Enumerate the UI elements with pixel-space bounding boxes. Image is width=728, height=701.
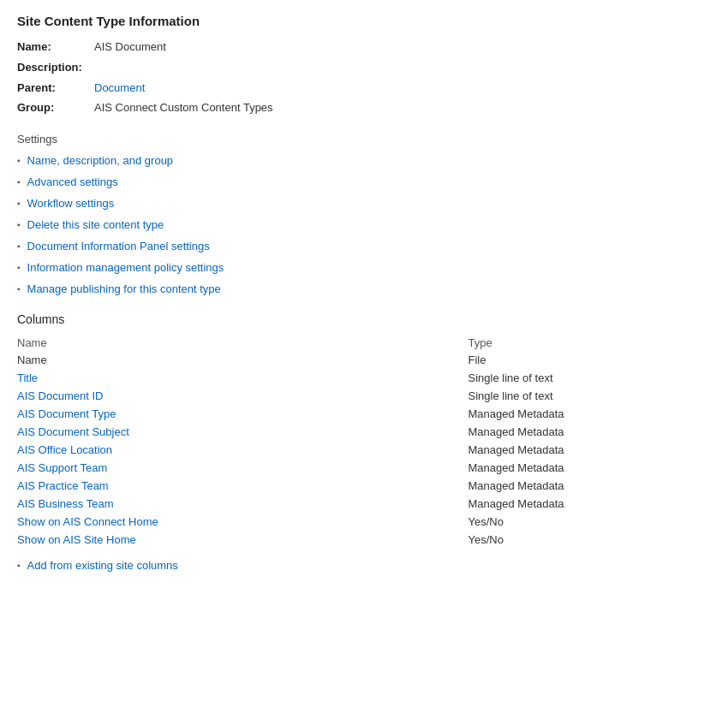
info-parent-label: Parent: [17, 80, 94, 98]
column-name-link[interactable]: AIS Document Type [17, 407, 116, 420]
settings-item-info-mgmt[interactable]: Information management policy settings [17, 261, 711, 274]
column-type-cell: Managed Metadata [468, 495, 712, 513]
info-name-row: Name: AIS Document [17, 39, 711, 56]
column-name-cell[interactable]: AIS Office Location [17, 441, 468, 459]
column-name-cell[interactable]: AIS Business Team [17, 495, 468, 513]
columns-section: Columns Name Type NameFileTitleSingle li… [17, 312, 711, 572]
settings-link-workflow[interactable]: Workflow settings [27, 197, 115, 210]
settings-item-doc-info-panel[interactable]: Document Information Panel settings [17, 240, 711, 252]
settings-list: Name, description, and group Advanced se… [17, 154, 711, 295]
table-row: AIS Practice TeamManaged Metadata [17, 477, 711, 495]
column-name-link[interactable]: AIS Practice Team [17, 479, 109, 492]
col-header-type: Type [468, 335, 712, 351]
add-columns-link[interactable]: Add from existing site columns [27, 559, 178, 572]
info-name-label: Name: [17, 39, 94, 56]
info-group-label: Group: [17, 99, 94, 117]
column-name-link[interactable]: AIS Support Team [17, 461, 107, 474]
column-name-cell[interactable]: Show on AIS Site Home [17, 531, 468, 549]
column-name-cell[interactable]: Title [17, 369, 468, 387]
column-type-cell: Single line of text [468, 387, 712, 405]
settings-link-delete[interactable]: Delete this site content type [27, 218, 164, 231]
info-parent-row: Parent: Document [17, 80, 711, 98]
info-name-value: AIS Document [94, 39, 166, 56]
table-row: AIS Document IDSingle line of text [17, 387, 711, 405]
table-row: AIS Document SubjectManaged Metadata [17, 423, 711, 441]
col-header-name: Name [17, 335, 468, 351]
settings-item-name-desc-group[interactable]: Name, description, and group [17, 154, 711, 167]
columns-header-row: Name Type [17, 335, 711, 351]
settings-label: Settings [17, 133, 711, 146]
column-name-link[interactable]: Show on AIS Site Home [17, 533, 136, 546]
column-name-link[interactable]: AIS Document Subject [17, 425, 129, 438]
info-section: Name: AIS Document Description: Parent: … [17, 39, 711, 117]
column-type-cell: Managed Metadata [468, 405, 712, 423]
settings-link-info-mgmt[interactable]: Information management policy settings [27, 261, 224, 274]
table-row: TitleSingle line of text [17, 369, 711, 387]
info-group-value: AIS Connect Custom Content Types [94, 99, 273, 117]
settings-link-manage-publishing[interactable]: Manage publishing for this content type [27, 282, 221, 295]
table-row: Show on AIS Site HomeYes/No [17, 531, 711, 549]
settings-item-advanced[interactable]: Advanced settings [17, 175, 711, 188]
table-row: AIS Document TypeManaged Metadata [17, 405, 711, 423]
settings-item-workflow[interactable]: Workflow settings [17, 197, 711, 210]
column-name-link[interactable]: AIS Document ID [17, 389, 103, 402]
column-type-cell: Managed Metadata [468, 441, 712, 459]
column-name-cell[interactable]: Show on AIS Connect Home [17, 513, 468, 531]
settings-item-manage-publishing[interactable]: Manage publishing for this content type [17, 282, 711, 295]
add-columns-row[interactable]: Add from existing site columns [17, 559, 711, 572]
column-type-cell: Managed Metadata [468, 477, 712, 495]
column-name-cell[interactable]: AIS Support Team [17, 459, 468, 477]
settings-link-advanced[interactable]: Advanced settings [27, 175, 118, 188]
column-type-cell: File [468, 351, 712, 369]
column-name-cell[interactable]: AIS Document Subject [17, 423, 468, 441]
column-name-cell[interactable]: AIS Practice Team [17, 477, 468, 495]
table-row: Show on AIS Connect HomeYes/No [17, 513, 711, 531]
columns-title: Columns [17, 312, 711, 326]
columns-table: Name Type NameFileTitleSingle line of te… [17, 335, 711, 549]
page-title: Site Content Type Information [17, 14, 711, 28]
column-type-cell: Single line of text [468, 369, 712, 387]
settings-link-name-desc-group[interactable]: Name, description, and group [27, 154, 174, 167]
settings-link-doc-info-panel[interactable]: Document Information Panel settings [27, 240, 210, 252]
info-description-label: Description: [17, 59, 94, 77]
table-row: AIS Office LocationManaged Metadata [17, 441, 711, 459]
column-type-cell: Yes/No [468, 513, 712, 531]
info-parent-value: Document [94, 80, 145, 98]
column-name-link[interactable]: Show on AIS Connect Home [17, 515, 158, 528]
column-type-cell: Managed Metadata [468, 459, 712, 477]
table-row: AIS Support TeamManaged Metadata [17, 459, 711, 477]
parent-link[interactable]: Document [94, 81, 145, 94]
table-row: AIS Business TeamManaged Metadata [17, 495, 711, 513]
column-name-cell: Name [17, 351, 468, 369]
column-name-link[interactable]: AIS Business Team [17, 497, 113, 510]
info-group-row: Group: AIS Connect Custom Content Types [17, 99, 711, 117]
column-name-cell[interactable]: AIS Document ID [17, 387, 468, 405]
table-row: NameFile [17, 351, 711, 369]
column-name-link[interactable]: AIS Office Location [17, 443, 112, 456]
column-name-cell[interactable]: AIS Document Type [17, 405, 468, 423]
column-type-cell: Yes/No [468, 531, 712, 549]
column-name-link[interactable]: Title [17, 371, 38, 384]
column-type-cell: Managed Metadata [468, 423, 712, 441]
settings-item-delete[interactable]: Delete this site content type [17, 218, 711, 231]
info-description-row: Description: [17, 59, 711, 77]
